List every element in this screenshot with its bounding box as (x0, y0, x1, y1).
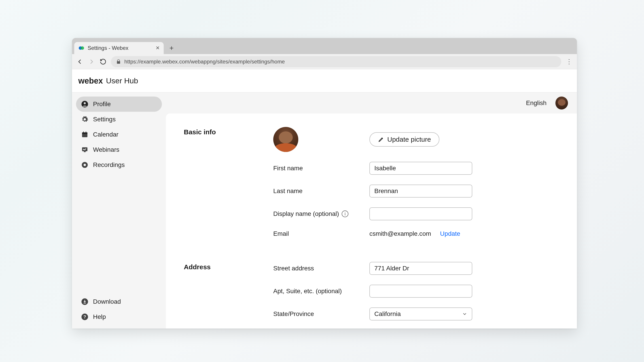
record-icon (81, 161, 88, 169)
settings-topbar: English (166, 92, 577, 113)
svg-text:?: ? (84, 314, 86, 319)
webex-favicon-icon (78, 45, 84, 51)
svg-rect-5 (82, 132, 88, 134)
profile-card: Basic info (166, 113, 577, 329)
display-name-input[interactable] (370, 207, 472, 220)
address-bar[interactable]: https://example.webex.com/webappng/sites… (111, 56, 561, 67)
main-column: English Basic info (166, 92, 577, 329)
browser-tab[interactable]: Settings - Webex ✕ (74, 42, 164, 54)
chevron-down-icon (462, 311, 467, 317)
svg-rect-9 (84, 151, 86, 152)
sidebar-item-label: Webinars (93, 146, 120, 153)
address-section: Address Street address Apt, Suite, etc. … (184, 262, 559, 321)
svg-point-11 (84, 164, 86, 166)
back-button[interactable] (76, 58, 84, 65)
tab-title: Settings - Webex (88, 45, 128, 51)
brand-logo: webex (78, 76, 103, 86)
sidebar-item-help[interactable]: ? Help (76, 309, 162, 325)
street-label: Street address (273, 265, 370, 272)
browser-toolbar: https://example.webex.com/webappng/sites… (72, 54, 577, 69)
app-header: webex User Hub (72, 69, 577, 92)
browser-window: Settings - Webex ✕ + https://example.web… (72, 38, 577, 329)
sidebar-item-recordings[interactable]: Recordings (76, 157, 162, 173)
lock-icon (116, 59, 121, 64)
email-label: Email (273, 230, 370, 237)
reload-button[interactable] (99, 58, 107, 65)
help-icon: ? (81, 313, 88, 321)
sidebar-item-download[interactable]: Download (76, 294, 162, 309)
sidebar-item-webinars[interactable]: Webinars (76, 142, 162, 157)
profile-avatar (273, 127, 298, 152)
calendar-icon (81, 131, 88, 138)
first-name-label: First name (273, 165, 370, 172)
pencil-icon (378, 136, 384, 143)
update-picture-button[interactable]: Update picture (370, 132, 440, 147)
street-input[interactable] (370, 262, 472, 275)
state-select[interactable]: California (370, 308, 472, 321)
close-tab-icon[interactable]: ✕ (156, 45, 160, 51)
user-avatar-small[interactable] (555, 96, 568, 109)
update-picture-label: Update picture (387, 136, 431, 143)
last-name-input[interactable] (370, 185, 472, 198)
sidebar-item-label: Recordings (93, 161, 125, 168)
sidebar-item-label: Settings (93, 116, 116, 123)
basic-info-heading: Basic info (184, 127, 273, 237)
last-name-label: Last name (273, 187, 370, 195)
sidebar-item-label: Profile (93, 100, 111, 108)
svg-point-1 (81, 46, 84, 50)
svg-rect-8 (82, 147, 88, 151)
forward-button[interactable] (88, 58, 95, 65)
apt-label: Apt, Suite, etc. (optional) (273, 288, 370, 295)
person-icon (81, 100, 88, 108)
email-update-link[interactable]: Update (440, 230, 460, 237)
sidebar-item-profile[interactable]: Profile (76, 96, 162, 112)
state-value: California (374, 310, 401, 318)
svg-rect-6 (83, 132, 84, 133)
svg-rect-7 (86, 132, 86, 133)
sidebar-item-label: Download (93, 298, 121, 305)
tab-strip: Settings - Webex ✕ + (72, 38, 577, 54)
basic-info-section: Basic info (184, 127, 559, 237)
first-name-input[interactable] (370, 162, 472, 175)
language-selector[interactable]: English (526, 99, 546, 107)
app-content: Profile Settings Calendar (72, 92, 577, 329)
apt-input[interactable] (370, 285, 472, 298)
new-tab-button[interactable]: + (166, 43, 177, 53)
svg-point-3 (84, 102, 86, 104)
sidebar-item-calendar[interactable]: Calendar (76, 127, 162, 142)
sidebar-item-settings[interactable]: Settings (76, 112, 162, 127)
email-value: csmith@example.com (370, 230, 431, 237)
state-label: State/Province (273, 310, 370, 318)
browser-menu-button[interactable]: ⋮ (565, 58, 573, 65)
display-name-label: Display name (optional) (273, 210, 339, 217)
download-icon (81, 298, 88, 306)
info-icon[interactable]: i (342, 211, 348, 217)
sidebar-item-label: Help (93, 313, 106, 321)
chart-icon (81, 146, 88, 153)
sidebar-item-label: Calendar (93, 131, 118, 138)
url-text: https://example.webex.com/webappng/sites… (124, 58, 285, 65)
sidebar: Profile Settings Calendar (72, 92, 166, 329)
brand-subtitle: User Hub (106, 76, 138, 85)
gear-icon (81, 115, 88, 123)
address-heading: Address (184, 262, 273, 321)
